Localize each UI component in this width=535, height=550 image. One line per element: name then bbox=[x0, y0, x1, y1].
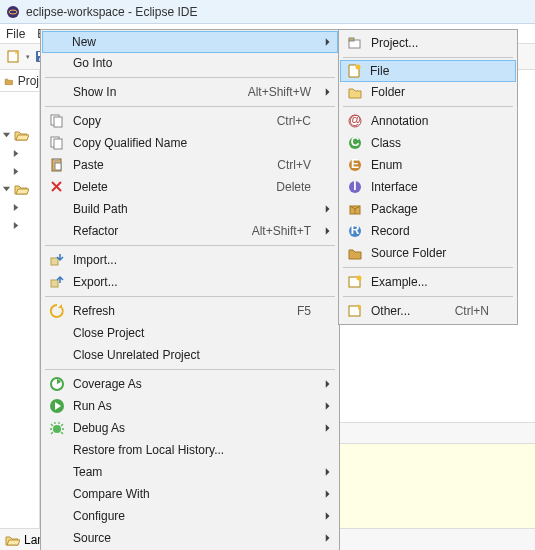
menu-item-label: Copy bbox=[73, 114, 253, 128]
new-item-source-folder[interactable]: Source Folder bbox=[341, 242, 515, 264]
ctx-item-restore-from-local-history[interactable]: Restore from Local History... bbox=[43, 439, 337, 461]
context-menu[interactable]: NewGo IntoShow InAlt+Shift+WCopyCtrl+CCo… bbox=[40, 29, 340, 550]
menu-item-shortcut: Ctrl+N bbox=[455, 304, 489, 318]
folder-icon bbox=[345, 84, 365, 100]
menu-item-label: Package bbox=[371, 202, 489, 216]
ctx-item-refactor[interactable]: RefactorAlt+Shift+T bbox=[43, 220, 337, 242]
submenu-arrow-icon bbox=[325, 401, 331, 411]
menu-item-label: Compare With bbox=[73, 487, 311, 501]
new-item-package[interactable]: Package bbox=[341, 198, 515, 220]
other-icon bbox=[345, 303, 365, 319]
menu-item-label: Other... bbox=[371, 304, 431, 318]
menu-item-label: Show In bbox=[73, 85, 224, 99]
menu-item-label: Team bbox=[73, 465, 311, 479]
new-submenu[interactable]: Project...FileFolderAnnotationClassEnumI… bbox=[338, 29, 518, 325]
menu-item-label: Annotation bbox=[371, 114, 489, 128]
ctx-item-compare-with[interactable]: Compare With bbox=[43, 483, 337, 505]
menu-item-label: Debug As bbox=[73, 421, 311, 435]
submenu-arrow-icon bbox=[325, 204, 331, 214]
menu-item-label: Copy Qualified Name bbox=[73, 136, 311, 150]
project-icon bbox=[345, 35, 365, 51]
new-item-annotation[interactable]: Annotation bbox=[341, 110, 515, 132]
menu-item-label: Close Project bbox=[73, 326, 311, 340]
ctx-item-copy[interactable]: CopyCtrl+C bbox=[43, 110, 337, 132]
interface-icon bbox=[345, 179, 365, 195]
menu-item-label: Example... bbox=[371, 275, 489, 289]
menu-item-label: Source Folder bbox=[371, 246, 489, 260]
ctx-item-configure[interactable]: Configure bbox=[43, 505, 337, 527]
new-item-class[interactable]: Class bbox=[341, 132, 515, 154]
ctx-item-build-path[interactable]: Build Path bbox=[43, 198, 337, 220]
menu-item-label: Source bbox=[73, 531, 311, 545]
copy-icon bbox=[47, 113, 67, 129]
ctx-item-close-project[interactable]: Close Project bbox=[43, 322, 337, 344]
menu-item-label: Export... bbox=[73, 275, 311, 289]
menu-item-label: Interface bbox=[371, 180, 489, 194]
menu-separator bbox=[45, 106, 335, 107]
submenu-arrow-icon bbox=[325, 226, 331, 236]
menu-item-label: Record bbox=[371, 224, 489, 238]
menu-item-label: Paste bbox=[73, 158, 253, 172]
coverage-icon bbox=[47, 376, 67, 392]
paste-icon bbox=[47, 157, 67, 173]
ctx-item-copy-qualified-name[interactable]: Copy Qualified Name bbox=[43, 132, 337, 154]
enum-icon bbox=[345, 157, 365, 173]
example-icon bbox=[345, 274, 365, 290]
ctx-item-team[interactable]: Team bbox=[43, 461, 337, 483]
menu-item-shortcut: Delete bbox=[276, 180, 311, 194]
menu-item-label: Folder bbox=[371, 85, 489, 99]
menu-item-label: File bbox=[370, 64, 490, 78]
new-item-folder[interactable]: Folder bbox=[341, 81, 515, 103]
record-icon bbox=[345, 223, 365, 239]
new-item-project[interactable]: Project... bbox=[341, 32, 515, 54]
delete-icon bbox=[47, 179, 67, 195]
menu-item-label: Run As bbox=[73, 399, 311, 413]
menu-separator bbox=[343, 106, 513, 107]
ctx-item-import[interactable]: Import... bbox=[43, 249, 337, 271]
menu-item-label: Project... bbox=[371, 36, 489, 50]
import-icon bbox=[47, 252, 67, 268]
submenu-arrow-icon bbox=[325, 37, 331, 47]
menu-item-label: Close Unrelated Project bbox=[73, 348, 311, 362]
submenu-arrow-icon bbox=[325, 467, 331, 477]
new-item-record[interactable]: Record bbox=[341, 220, 515, 242]
menu-separator bbox=[343, 267, 513, 268]
ctx-item-show-in[interactable]: Show InAlt+Shift+W bbox=[43, 81, 337, 103]
ctx-item-refresh[interactable]: RefreshF5 bbox=[43, 300, 337, 322]
new-item-file[interactable]: File bbox=[340, 60, 516, 82]
ctx-item-go-into[interactable]: Go Into bbox=[43, 52, 337, 74]
menu-item-shortcut: Ctrl+C bbox=[277, 114, 311, 128]
ctx-item-debug-as[interactable]: Debug As bbox=[43, 417, 337, 439]
open-folder-icon bbox=[4, 532, 20, 548]
menu-item-label: Build Path bbox=[73, 202, 311, 216]
menu-item-label: Configure bbox=[73, 509, 311, 523]
submenu-arrow-icon bbox=[325, 379, 331, 389]
submenu-arrow-icon bbox=[325, 423, 331, 433]
ctx-item-close-unrelated-project[interactable]: Close Unrelated Project bbox=[43, 344, 337, 366]
new-item-other[interactable]: Other...Ctrl+N bbox=[341, 300, 515, 322]
ctx-item-source[interactable]: Source bbox=[43, 527, 337, 549]
ctx-item-export[interactable]: Export... bbox=[43, 271, 337, 293]
menu-item-shortcut: Alt+Shift+T bbox=[252, 224, 311, 238]
menu-item-label: Enum bbox=[371, 158, 489, 172]
ctx-item-coverage-as[interactable]: Coverage As bbox=[43, 373, 337, 395]
menu-item-label: New bbox=[72, 35, 312, 49]
menu-item-label: Coverage As bbox=[73, 377, 311, 391]
menu-item-label: Refresh bbox=[73, 304, 273, 318]
ctx-item-new[interactable]: New bbox=[42, 31, 338, 53]
submenu-arrow-icon bbox=[325, 87, 331, 97]
srcfolder-icon bbox=[345, 245, 365, 261]
ctx-item-run-as[interactable]: Run As bbox=[43, 395, 337, 417]
new-item-interface[interactable]: Interface bbox=[341, 176, 515, 198]
ctx-item-delete[interactable]: DeleteDelete bbox=[43, 176, 337, 198]
ctx-item-paste[interactable]: PasteCtrl+V bbox=[43, 154, 337, 176]
menu-item-label: Class bbox=[371, 136, 489, 150]
menu-item-label: Go Into bbox=[73, 56, 311, 70]
menu-item-label: Refactor bbox=[73, 224, 228, 238]
new-item-enum[interactable]: Enum bbox=[341, 154, 515, 176]
refresh-icon bbox=[47, 303, 67, 319]
menu-separator bbox=[343, 57, 513, 58]
menu-separator bbox=[45, 369, 335, 370]
menu-separator bbox=[343, 296, 513, 297]
new-item-example[interactable]: Example... bbox=[341, 271, 515, 293]
